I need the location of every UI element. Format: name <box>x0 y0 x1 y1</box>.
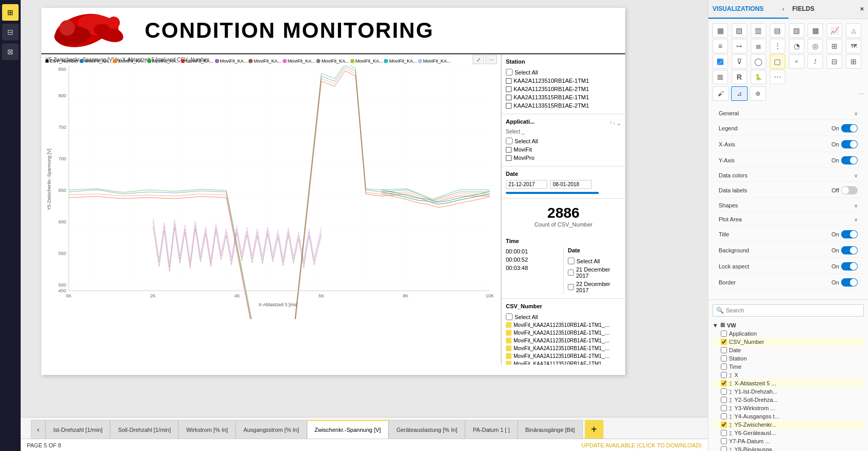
scatter-chart-icon[interactable]: ⋮ <box>770 39 785 53</box>
funnel-icon[interactable]: ⊽ <box>732 54 747 69</box>
field-y2[interactable]: ∑ Y2-Soll-Drehza... <box>712 396 864 404</box>
waterfall-icon[interactable]: ≣ <box>751 39 766 53</box>
kpi-icon[interactable]: ⤴ <box>808 54 823 69</box>
field-csv-number-checkbox[interactable] <box>721 339 727 345</box>
field-x-abtastzeit-checkbox[interactable] <box>721 380 727 386</box>
data-view-icon[interactable]: ⊟ <box>2 24 19 40</box>
csv-checkbox-3[interactable] <box>506 338 512 343</box>
field-y8[interactable]: ∑ Y8-Binärausga... <box>712 445 864 451</box>
csv-item-3[interactable]: MoviFit_KAA2A1123510RB1AE-1TM1_2017... <box>506 337 621 344</box>
filter-format-btn[interactable]: ⊿ <box>731 86 748 101</box>
more-options-btn[interactable]: ⋯ <box>859 86 864 101</box>
csv-checkbox-2[interactable] <box>506 330 512 336</box>
100pct-column-icon[interactable]: ▩ <box>808 23 823 38</box>
border-toggle[interactable]: On <box>831 278 858 287</box>
tab-geraeteauslastung[interactable]: Geräteauslastung [% In] <box>389 420 465 439</box>
field-y4[interactable]: ∑ Y4-Ausgangss t... <box>712 412 864 420</box>
application-checkbox-1[interactable] <box>506 147 512 153</box>
station-item-3[interactable]: KAA2A1133515RB1AE-1TM1 <box>506 93 621 101</box>
format-border-row[interactable]: Border On <box>717 275 860 290</box>
line-stacked-icon[interactable]: ≡ <box>712 39 728 53</box>
station-item-2[interactable]: KAA2A1123510RB1AE-2TM1 <box>506 85 621 93</box>
format-plot-area-row[interactable]: Plot Area ∨ <box>717 213 860 226</box>
application-sort-icons[interactable]: ↑↓⌄ <box>610 120 621 127</box>
paint-format-btn[interactable]: 🖌 <box>712 86 729 101</box>
background-toggle-track[interactable] <box>841 246 858 254</box>
analytics-format-btn[interactable]: ⊕ <box>750 86 766 101</box>
update-available-button[interactable]: UPDATE AVAILABLE (CLICK TO DOWNLOAD) <box>582 442 702 448</box>
fields-search-box[interactable]: 🔍 <box>712 304 864 317</box>
yaxis-toggle-track[interactable] <box>841 156 858 164</box>
format-xaxis-row[interactable]: X-Axis On <box>717 137 860 152</box>
format-legend-row[interactable]: Legend On <box>717 121 860 136</box>
tab-ausgangsstrom[interactable]: Ausgangsstrom [% In] <box>236 420 307 439</box>
csv-checkbox-5[interactable] <box>506 353 512 359</box>
border-toggle-track[interactable] <box>841 278 858 287</box>
date2-item-2[interactable]: 22 December 2017 <box>568 280 621 294</box>
field-y1[interactable]: ∑ Y1-Ist-Drehzah... <box>712 387 864 396</box>
date-range-slider[interactable] <box>506 192 599 194</box>
custom-visual-icon[interactable]: ⋯ <box>770 70 785 84</box>
date2-select-all-checkbox[interactable] <box>568 258 575 264</box>
format-general-row[interactable]: General ∨ <box>717 107 860 120</box>
legend-toggle-track[interactable] <box>841 124 858 132</box>
station-checkbox-3[interactable] <box>506 95 512 100</box>
tab-scroll-left-btn[interactable]: ‹ <box>31 420 45 439</box>
area-chart-icon[interactable]: △ <box>846 23 861 38</box>
application-select-all[interactable]: Select All <box>506 137 621 145</box>
field-y5-checkbox[interactable] <box>721 422 727 428</box>
format-shapes-row[interactable]: Shapes ∨ <box>717 199 860 212</box>
field-x[interactable]: ∑ X <box>712 371 864 379</box>
field-station-checkbox[interactable] <box>721 355 727 362</box>
field-y8-checkbox[interactable] <box>721 446 727 451</box>
field-date[interactable]: Date <box>712 346 864 354</box>
model-view-icon[interactable]: ⊠ <box>2 43 19 60</box>
station-item-4[interactable]: KAA2A1133515RB1AE-2TM1 <box>506 101 621 110</box>
tab-binaerausgaenge[interactable]: Binärausgänge [Bit] <box>518 420 583 439</box>
csv-item-4[interactable]: MoviFit_KAA2A1123510RB1AE-1TM1_2017... <box>506 344 621 352</box>
field-csv-number[interactable]: CSV_Number <box>712 338 864 346</box>
format-data-colors-row[interactable]: Data colors ∨ <box>717 169 860 182</box>
field-y4-checkbox[interactable] <box>721 413 727 419</box>
field-y3[interactable]: ∑ Y3-Wirkstrom ... <box>712 404 864 412</box>
card-icon[interactable]: ▢ <box>770 54 785 69</box>
slicer-icon[interactable]: ⊟ <box>827 54 842 69</box>
application-select-all-checkbox[interactable] <box>506 138 513 144</box>
title-toggle[interactable]: On <box>831 230 858 238</box>
format-data-labels-row[interactable]: Data labels Off <box>717 183 860 198</box>
csv-select-all[interactable]: Select All <box>506 312 621 321</box>
field-y6-checkbox[interactable] <box>721 430 727 436</box>
gauge-icon[interactable]: ◯ <box>751 54 766 69</box>
csv-checkbox-4[interactable] <box>506 345 512 351</box>
clustered-column-icon[interactable]: ▤ <box>770 23 785 38</box>
field-date-checkbox[interactable] <box>721 347 727 353</box>
donut-chart-icon[interactable]: ◎ <box>808 39 823 53</box>
100pct-bar-icon[interactable]: ▧ <box>789 23 804 38</box>
ribbon-chart-icon[interactable]: ⊶ <box>732 39 747 53</box>
tab-wirkstrom[interactable]: Wirkstrom [% In] <box>178 420 236 439</box>
fields-search-input[interactable] <box>726 307 860 313</box>
format-background-row[interactable]: Background On <box>717 243 860 258</box>
data-labels-toggle-track[interactable] <box>841 186 858 194</box>
legend-toggle[interactable]: On <box>831 124 858 132</box>
xaxis-toggle-track[interactable] <box>841 140 858 148</box>
csv-checkbox-1[interactable] <box>506 322 512 328</box>
csv-item-6[interactable]: MoviFit_KAA2A1123510RB1AE-1TM1_2017... <box>506 360 621 365</box>
time-item-2[interactable]: 00:00:52 <box>506 255 559 264</box>
field-y1-checkbox[interactable] <box>721 388 727 395</box>
tab-soll-drehzahl[interactable]: Soll-Drehzahl [1/min] <box>110 420 178 439</box>
matrix-icon[interactable]: ⊠ <box>712 70 728 84</box>
line-chart-viz-icon[interactable]: 📈 <box>827 23 842 38</box>
date2-select-all[interactable]: Select All <box>568 257 621 265</box>
date2-item-1[interactable]: 21 December 2017 <box>568 265 621 280</box>
csv-item-5[interactable]: MoviFit_KAA2A1123510RB1AE-1TM1_2017... <box>506 352 621 360</box>
station-checkbox-1[interactable] <box>506 78 512 84</box>
field-x-checkbox[interactable] <box>721 372 727 378</box>
title-toggle-track[interactable] <box>841 230 858 238</box>
field-y7-checkbox[interactable] <box>721 438 727 444</box>
r-visual-icon[interactable]: R <box>732 70 747 84</box>
field-x-abtastzeit[interactable]: ∑ X-Abtastzeit 5 ... <box>712 379 864 387</box>
background-toggle[interactable]: On <box>831 246 858 254</box>
xaxis-toggle[interactable]: On <box>831 140 858 148</box>
fields-tab[interactable]: FIELDS ✕ <box>788 0 869 19</box>
